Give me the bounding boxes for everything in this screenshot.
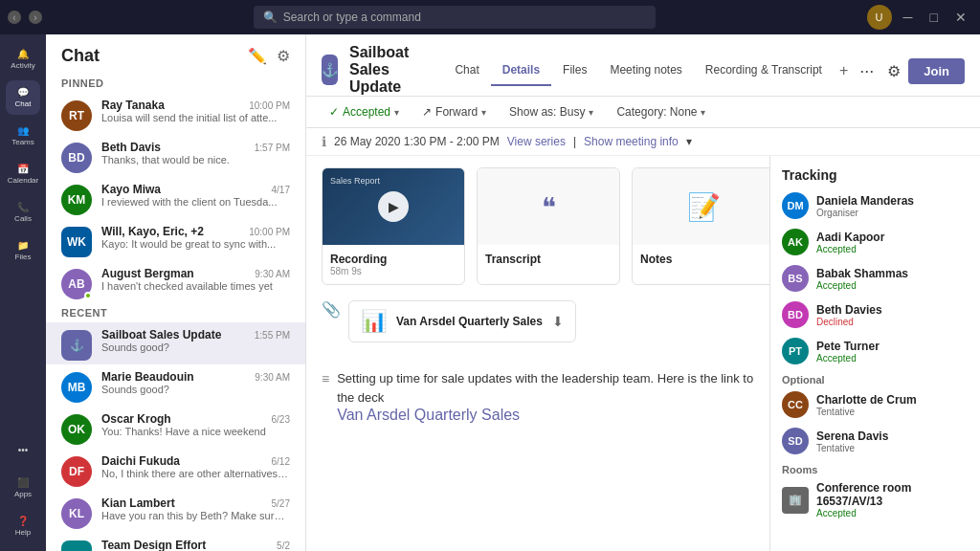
avatar-beth-davis: BD: [61, 143, 92, 173]
chat-time: 5/27: [272, 498, 290, 509]
chat-time: 1:57 PM: [255, 143, 290, 153]
filter-icon[interactable]: ⚙: [277, 47, 290, 65]
sidebar-item-apps[interactable]: ⬛ Apps: [6, 471, 40, 505]
chat-item-kayo-miwa[interactable]: KM Kayo Miwa 4/17 I reviewed with the cl…: [46, 177, 305, 219]
person-info-pete: Pete Turner Accepted: [816, 340, 880, 364]
category-chip[interactable]: Category: None ▾: [609, 102, 713, 121]
chat-preview: Have you ran this by Beth? Make sure she…: [101, 510, 290, 521]
tab-meeting-notes[interactable]: Meeting notes: [598, 55, 693, 86]
settings-button[interactable]: ⚙: [887, 62, 901, 80]
accepted-chip[interactable]: ✓ Accepted ▾: [322, 102, 407, 121]
download-icon[interactable]: ⬇: [552, 314, 564, 329]
chat-item-beth-davis[interactable]: BD Beth Davis 1:57 PM Thanks, that would…: [46, 135, 305, 177]
sidebar-item-calls[interactable]: 📞 Calls: [6, 195, 40, 230]
chat-item-august-bergman[interactable]: AB August Bergman 9:30 AM I haven't chec…: [46, 261, 305, 303]
avatar-marie: MB: [61, 372, 92, 403]
chat-name: Marie Beaudouin: [101, 370, 194, 384]
meeting-title-row: ⚓ Sailboat Sales Update Chat Details Fil…: [322, 34, 965, 96]
show-as-chip[interactable]: Show as: Busy ▾: [501, 102, 601, 121]
person-name: Pete Turner: [816, 340, 880, 353]
chat-item-sailboat[interactable]: ⚓ Sailboat Sales Update 1:55 PM Sounds g…: [46, 322, 305, 364]
chat-item-will-group[interactable]: WK Will, Kayo, Eric, +2 10:00 PM Kayo: I…: [46, 219, 305, 261]
file-ppt-icon: 📊: [361, 309, 387, 334]
chevron-down-icon: ▾: [701, 107, 705, 118]
pipe-separator: |: [573, 135, 576, 148]
chat-item-kian[interactable]: KL Kian Lambert 5/27 Have you ran this b…: [46, 491, 305, 533]
notes-card[interactable]: 📝 Notes: [632, 167, 769, 285]
recording-card[interactable]: Sales Report ▶ Recording 58m 9s: [322, 167, 465, 285]
user-avatar[interactable]: U: [867, 5, 892, 30]
join-button[interactable]: Join: [908, 58, 965, 84]
meeting-tabs: Chat Details Files Meeting notes Recordi…: [443, 55, 965, 87]
sidebar-item-help[interactable]: ❓ Help: [6, 509, 40, 543]
forward-chip[interactable]: ↗ Forward ▾: [414, 102, 494, 121]
person-status: Declined: [816, 317, 882, 327]
person-status: Tentative: [816, 443, 888, 453]
minimize-button[interactable]: ─: [898, 10, 919, 25]
content-main: Sales Report ▶ Recording 58m 9s ❝: [306, 156, 769, 551]
sidebar-item-more[interactable]: •••: [6, 432, 40, 467]
recording-thumbnail: Sales Report ▶: [323, 168, 464, 245]
expand-icon: ▾: [686, 135, 692, 148]
tracking-person-daniela: DM Daniela Manderas Organiser: [782, 192, 969, 219]
avatar-kayo-miwa: KM: [61, 185, 92, 215]
sidebar-item-activity[interactable]: 🔔 Activity: [6, 42, 40, 77]
tracking-person-beth-davies: BD Beth Davies Declined: [782, 301, 969, 328]
chat-time: 1:55 PM: [255, 330, 290, 341]
transcript-card[interactable]: ❝ Transcript: [477, 167, 620, 285]
chat-preview: Sounds good?: [101, 342, 290, 353]
meeting-header: ⚓ Sailboat Sales Update Chat Details Fil…: [306, 34, 980, 97]
chat-name: Kian Lambert: [101, 496, 175, 510]
chat-panel-title: Chat: [61, 46, 100, 66]
file-attachment[interactable]: 📊 Van Arsdel Quarterly Sales ⬇: [348, 300, 576, 342]
play-button[interactable]: ▶: [378, 191, 409, 222]
files-icon: 📁: [17, 240, 29, 251]
sidebar-item-teams[interactable]: 👥 Teams: [6, 119, 40, 153]
avatar-beth-davies: BD: [782, 301, 809, 328]
tab-details[interactable]: Details: [491, 55, 551, 86]
chat-info-beth-davis: Beth Davis 1:57 PM Thanks, that would be…: [101, 141, 290, 165]
more-options-button[interactable]: ···: [854, 59, 880, 83]
tab-chat[interactable]: Chat: [443, 55, 490, 86]
chat-time: 5/2: [277, 540, 290, 551]
person-info-daniela: Daniela Manderas Organiser: [816, 194, 914, 218]
message-link[interactable]: Van Arsdel Quarterly Sales: [337, 407, 520, 423]
tab-files[interactable]: Files: [551, 55, 598, 86]
calendar-icon: 📅: [17, 164, 29, 174]
chat-item-oscar[interactable]: OK Oscar Krogh 6/23 You: Thanks! Have a …: [46, 407, 305, 449]
sidebar-item-chat[interactable]: 💬 Chat: [6, 80, 40, 115]
search-bar[interactable]: 🔍 Search or type a command: [254, 6, 656, 29]
chat-preview: Sounds good?: [101, 384, 290, 395]
person-info-aadi: Aadi Kapoor Accepted: [816, 231, 884, 254]
compose-icon[interactable]: ✏️: [248, 47, 267, 65]
tab-recording[interactable]: Recording & Transcript: [694, 55, 834, 86]
details-bar: ✓ Accepted ▾ ↗ Forward ▾ Show as: Busy ▾…: [306, 97, 980, 128]
chat-item-ray-tanaka[interactable]: RT Ray Tanaka 10:00 PM Louisa will send …: [46, 93, 305, 135]
forward-button[interactable]: ›: [29, 11, 42, 24]
view-series-link[interactable]: View series: [507, 135, 566, 148]
sidebar-label-help: Help: [15, 528, 31, 537]
avatar-oscar: OK: [61, 414, 92, 445]
show-meeting-info[interactable]: Show meeting info: [584, 135, 679, 148]
sidebar-item-files[interactable]: 📁 Files: [6, 233, 40, 268]
tracking-person-charlotte: CC Charlotte de Crum Tentative: [782, 391, 969, 418]
maximize-button[interactable]: □: [924, 10, 944, 25]
tab-add-button[interactable]: +: [834, 55, 854, 87]
online-status: [84, 292, 92, 299]
chat-name: Sailboat Sales Update: [101, 328, 221, 342]
recording-title: Recording: [330, 253, 457, 266]
chat-item-daichi[interactable]: DF Daichi Fukuda 6/12 No, I think there …: [46, 449, 305, 491]
back-button[interactable]: ‹: [8, 11, 21, 24]
sidebar-item-calendar[interactable]: 📅 Calendar: [6, 157, 40, 191]
notes-thumbnail: 📝: [633, 168, 769, 245]
person-status: Accepted: [816, 353, 880, 364]
chat-item-marie[interactable]: MB Marie Beaudouin 9:30 AM Sounds good?: [46, 364, 305, 407]
chat-name: August Bergman: [101, 267, 194, 280]
sidebar-label-files: Files: [15, 253, 32, 261]
show-as-label: Show as: Busy: [509, 105, 585, 119]
meeting-title: Sailboat Sales Update: [349, 44, 424, 96]
person-info-beth-davies: Beth Davies Declined: [816, 303, 882, 327]
chat-preview: Thanks, that would be nice.: [101, 154, 290, 165]
close-button[interactable]: ✕: [949, 10, 972, 25]
chat-item-team-design[interactable]: TD Team Design Effort 5/2 Reta: Let's se…: [46, 533, 305, 551]
